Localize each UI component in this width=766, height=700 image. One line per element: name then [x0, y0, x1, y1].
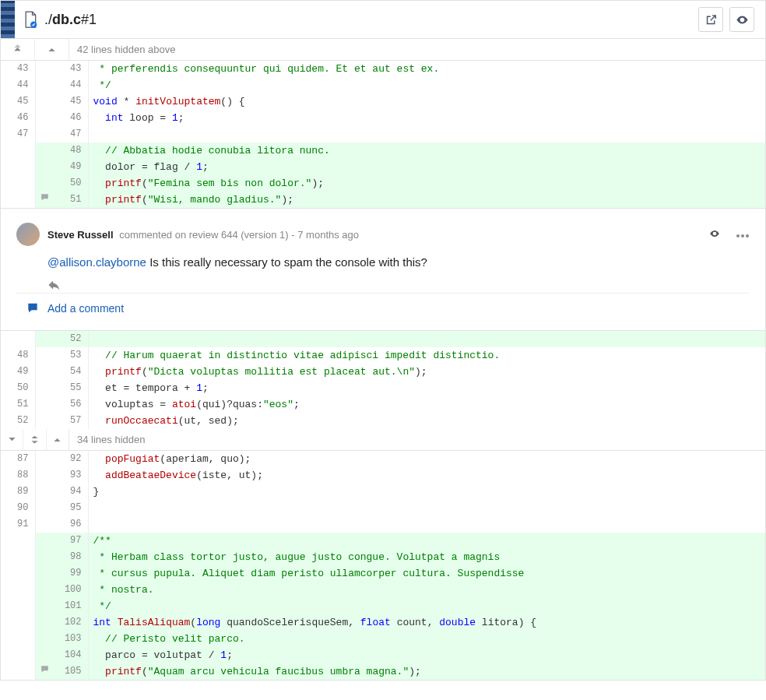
code-line[interactable]: 5257 runOccaecati(ut, sed); — [1, 413, 765, 429]
code-line[interactable]: 102int TalisAliquam(long quandoScelerisq… — [1, 614, 765, 631]
gutter[interactable] — [35, 413, 54, 429]
diff-panel: ./db.c#1 42 lines hidden above 4343 * pe… — [0, 0, 766, 681]
line-number-new: 101 — [54, 598, 88, 614]
open-external-button[interactable] — [698, 7, 723, 32]
gutter[interactable] — [35, 598, 54, 614]
code-line[interactable]: 9095 — [1, 500, 765, 516]
line-number-new: 105 — [54, 663, 88, 680]
gutter[interactable] — [35, 631, 54, 647]
line-number-old: 50 — [1, 380, 35, 396]
svg-point-1 — [741, 19, 743, 21]
expand-all-up-button[interactable] — [1, 39, 35, 60]
code-content: * perferendis consequuntur qui quidem. E… — [88, 61, 765, 77]
code-content: /** — [88, 533, 765, 549]
gutter[interactable] — [35, 142, 54, 159]
code-line[interactable]: 99 * cursus pupula. Aliquet diam peristo… — [1, 565, 765, 582]
code-line[interactable]: 8792 popFugiat(aperiam, quo); — [1, 451, 765, 467]
line-number-old — [1, 533, 35, 549]
comment-watch-icon[interactable] — [708, 228, 722, 241]
line-number-new: 99 — [54, 565, 88, 582]
code-content: runOccaecati(ut, sed); — [88, 413, 765, 429]
gutter[interactable] — [35, 77, 54, 93]
code-line[interactable]: 8994} — [1, 484, 765, 500]
gutter[interactable] — [35, 331, 54, 347]
gutter[interactable] — [35, 614, 54, 631]
code-line[interactable]: 4646 int loop = 1; — [1, 110, 765, 126]
gutter[interactable] — [35, 175, 54, 192]
code-line[interactable]: 4853 // Harum quaerat in distinctio vita… — [1, 347, 765, 364]
gutter[interactable] — [35, 582, 54, 598]
code-line[interactable]: 103 // Peristo velit parco. — [1, 631, 765, 647]
code-content: */ — [88, 77, 765, 93]
line-number-old — [1, 159, 35, 175]
add-comment-link[interactable]: Add a comment — [47, 302, 124, 315]
code-line[interactable]: 4343 * perferendis consequuntur qui quid… — [1, 61, 765, 77]
code-line[interactable]: 49 dolor = flag / 1; — [1, 159, 765, 175]
code-content: // Peristo velit parco. — [88, 631, 765, 647]
line-number-new: 51 — [54, 192, 88, 208]
reply-button[interactable] — [47, 280, 750, 293]
gutter[interactable] — [35, 663, 54, 680]
code-line[interactable]: 100 * nostra. — [1, 582, 765, 598]
line-number-new: 53 — [54, 347, 88, 364]
code-line[interactable]: 48 // Abbatia hodie conubia litora nunc. — [1, 142, 765, 159]
code-line[interactable]: 5156 voluptas = atoi(qui)?quas:"eos"; — [1, 396, 765, 413]
line-number-old — [1, 598, 35, 614]
gutter[interactable] — [35, 516, 54, 533]
line-number-new: 57 — [54, 413, 88, 429]
code-line[interactable]: 8893 addBeataeDevice(iste, ut); — [1, 467, 765, 484]
gutter[interactable] — [35, 647, 54, 663]
line-number-old: 44 — [1, 77, 35, 93]
line-number-new: 47 — [54, 126, 88, 142]
code-block-2: 524853 // Harum quaerat in distinctio vi… — [1, 331, 765, 429]
expand-up-button[interactable] — [35, 39, 69, 60]
code-line[interactable]: 9196 — [1, 516, 765, 533]
watch-button[interactable] — [729, 7, 754, 32]
expand-up-button-2[interactable] — [47, 429, 69, 450]
comment-author[interactable]: Steve Russell — [47, 229, 114, 241]
code-line[interactable]: 101 */ — [1, 598, 765, 614]
gutter[interactable] — [35, 61, 54, 77]
code-line[interactable]: 97/** — [1, 533, 765, 549]
code-line[interactable]: 4444 */ — [1, 77, 765, 93]
code-line[interactable]: 105 printf("Aquam arcu vehicula faucibus… — [1, 663, 765, 680]
line-number-new: 44 — [54, 77, 88, 93]
change-bar — [1, 1, 15, 38]
gutter[interactable] — [35, 484, 54, 500]
file-icon — [23, 10, 38, 29]
line-number-new: 45 — [54, 93, 88, 110]
code-line[interactable]: 50 printf("Femina sem bis non dolor."); — [1, 175, 765, 192]
code-content: et = tempora + 1; — [88, 380, 765, 396]
expand-both-button[interactable] — [23, 429, 46, 450]
code-line[interactable]: 104 parco = volutpat / 1; — [1, 647, 765, 663]
code-line[interactable]: 52 — [1, 331, 765, 347]
gutter[interactable] — [35, 93, 54, 110]
gutter[interactable] — [35, 533, 54, 549]
gutter[interactable] — [35, 364, 54, 380]
gutter[interactable] — [35, 347, 54, 364]
gutter[interactable] — [35, 467, 54, 484]
comment-more-icon[interactable] — [736, 229, 750, 241]
line-number-new: 54 — [54, 364, 88, 380]
gutter[interactable] — [35, 159, 54, 175]
gutter[interactable] — [35, 549, 54, 565]
code-line[interactable]: 4747 — [1, 126, 765, 142]
line-number-new: 95 — [54, 500, 88, 516]
code-line[interactable]: 51 printf("Wisi, mando gladius."); — [1, 192, 765, 208]
code-line[interactable]: 4954 printf("Dicta voluptas mollitia est… — [1, 364, 765, 380]
line-number-old — [1, 331, 35, 347]
gutter[interactable] — [35, 126, 54, 142]
code-line[interactable]: 98 * Herbam class tortor justo, augue ju… — [1, 549, 765, 565]
code-line[interactable]: 4545void * initVoluptatem() { — [1, 93, 765, 110]
code-content: printf("Dicta voluptas mollitia est plac… — [88, 364, 765, 380]
gutter[interactable] — [35, 451, 54, 467]
gutter[interactable] — [35, 192, 54, 208]
mention[interactable]: @allison.clayborne — [47, 255, 146, 269]
code-line[interactable]: 5055 et = tempora + 1; — [1, 380, 765, 396]
gutter[interactable] — [35, 396, 54, 413]
gutter[interactable] — [35, 110, 54, 126]
gutter[interactable] — [35, 565, 54, 582]
gutter[interactable] — [35, 500, 54, 516]
gutter[interactable] — [35, 380, 54, 396]
expand-down-button[interactable] — [1, 429, 23, 450]
